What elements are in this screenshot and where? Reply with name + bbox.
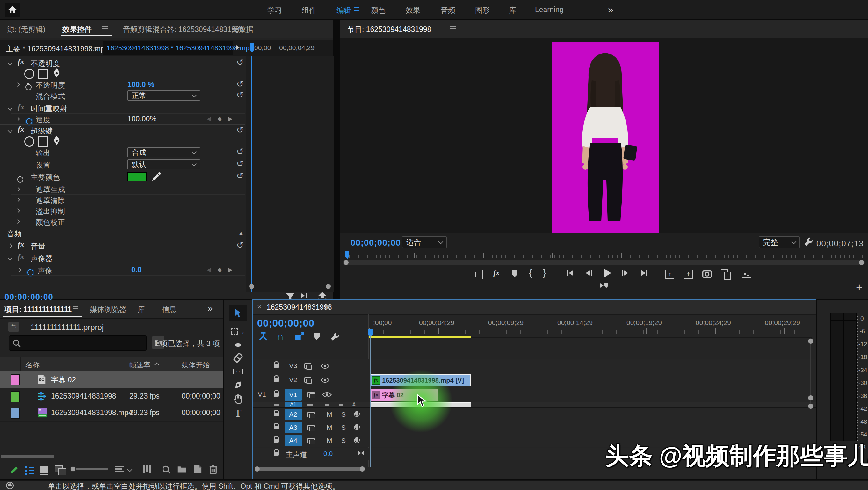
- reset-key-color-icon[interactable]: ↺: [237, 171, 244, 181]
- selection-tool-active-box[interactable]: [229, 305, 247, 321]
- extract-icon[interactable]: ↥: [684, 270, 693, 279]
- timeline-ruler[interactable]: ;00;00 00;00;04;29 00;00;09;29 00;00;14;…: [369, 318, 812, 338]
- pen-mask-icon[interactable]: [52, 136, 61, 146]
- track-header-a2[interactable]: A2 M S: [253, 408, 368, 421]
- next-keyframe-icon[interactable]: ▶: [228, 266, 233, 273]
- project-row-subtitle[interactable]: 字幕 02: [0, 371, 223, 388]
- track-target-a3[interactable]: A3: [284, 422, 302, 433]
- label-color-pink[interactable]: [11, 374, 20, 385]
- sync-lock-icon[interactable]: [308, 438, 314, 443]
- vscroll-handle-bot[interactable]: [808, 404, 813, 409]
- track-select-tool-icon[interactable]: →: [231, 325, 245, 338]
- program-panel-menu-icon[interactable]: [450, 26, 456, 27]
- project-tabs-overflow-chevron[interactable]: »: [208, 303, 213, 313]
- track-visibility-eye-icon[interactable]: [320, 363, 330, 369]
- new-bin-icon[interactable]: [177, 465, 187, 473]
- menu-item-libraries[interactable]: 库: [509, 5, 516, 15]
- blend-mode-dropdown[interactable]: 正常: [127, 90, 200, 101]
- twirl-pan-param[interactable]: [17, 268, 22, 273]
- prev-keyframe-icon[interactable]: ◀: [207, 115, 211, 122]
- project-row-video[interactable]: 1625309414831998.mp4 29.23 fps 00;00;00;…: [0, 405, 223, 422]
- mute-button[interactable]: M: [327, 424, 332, 431]
- ultra-key-group-label[interactable]: 超级键: [31, 126, 53, 136]
- reset-ultra-key-icon[interactable]: ↺: [237, 125, 244, 135]
- project-root-icon[interactable]: ⮌: [8, 322, 19, 332]
- reset-volume-icon[interactable]: ↺: [237, 240, 244, 250]
- goto-out-icon[interactable]: [641, 270, 647, 276]
- tab-source-monitor[interactable]: 源: (无剪辑): [7, 25, 45, 34]
- timeline-playhead-line[interactable]: [370, 335, 371, 467]
- timeline-add-marker-icon[interactable]: [314, 333, 320, 340]
- add-keyframe-icon[interactable]: ◆: [217, 115, 222, 122]
- reset-setting-icon[interactable]: ↺: [237, 159, 244, 169]
- track-lock-icon[interactable]: [274, 393, 279, 397]
- twirl-color-correction[interactable]: [15, 219, 21, 224]
- mute-button[interactable]: M: [327, 411, 332, 418]
- lift-icon[interactable]: ↑: [665, 270, 674, 279]
- track-header-a4[interactable]: A4 M S: [253, 434, 368, 447]
- label-color-blue[interactable]: [11, 408, 20, 419]
- pen-mask-icon[interactable]: [52, 68, 61, 78]
- button-editor-icon[interactable]: [742, 270, 751, 278]
- add-button-icon[interactable]: +: [856, 281, 863, 294]
- new-item-icon[interactable]: [194, 464, 202, 474]
- setting-dropdown[interactable]: 默认: [127, 159, 200, 170]
- solo-button[interactable]: S: [341, 437, 346, 445]
- workspace-overflow-chevron[interactable]: »: [608, 4, 613, 15]
- sync-lock-icon[interactable]: [308, 412, 314, 417]
- pan-stopwatch-icon[interactable]: [27, 270, 33, 276]
- settings-wrench-icon[interactable]: [804, 237, 813, 247]
- nest-insert-icon[interactable]: [258, 332, 268, 341]
- add-marker-icon[interactable]: [512, 270, 518, 277]
- label-color-green[interactable]: [11, 391, 20, 402]
- twirl-volume-group[interactable]: [8, 243, 13, 248]
- track-lock-icon[interactable]: [274, 426, 279, 429]
- tab-program-monitor[interactable]: 节目: 1625309414831998: [347, 25, 431, 34]
- solo-button[interactable]: S: [341, 411, 346, 418]
- track-target-a4[interactable]: A4: [284, 435, 302, 446]
- play-only-video-icon[interactable]: [302, 294, 307, 298]
- panner-group-label[interactable]: 声像器: [31, 254, 53, 264]
- twirl-ultra-key-group[interactable]: [8, 128, 13, 133]
- export-frame-icon[interactable]: [702, 269, 712, 278]
- key-color-swatch[interactable]: [127, 172, 147, 181]
- track-header-a1[interactable]: A1 ⊻: [253, 402, 368, 407]
- track-lock-icon[interactable]: [274, 412, 279, 417]
- delete-trash-icon[interactable]: [209, 464, 217, 474]
- ripple-edit-tool-icon[interactable]: [231, 339, 245, 351]
- track-name-v2[interactable]: V2: [289, 376, 297, 384]
- audio-section-collapse-icon[interactable]: ▲: [238, 230, 244, 236]
- track-target-v1[interactable]: V1: [284, 389, 302, 401]
- slip-tool-icon[interactable]: ↔: [231, 365, 245, 377]
- reset-opacity-icon[interactable]: ↺: [237, 57, 244, 67]
- menu-item-audio[interactable]: 音频: [441, 5, 455, 15]
- zoom-slider[interactable]: [71, 468, 108, 469]
- collapse-track-icon[interactable]: [358, 451, 364, 455]
- opacity-value[interactable]: 100.0 %: [127, 80, 154, 89]
- sort-icons-icon[interactable]: [115, 466, 124, 473]
- program-scrollbar[interactable]: [343, 259, 865, 266]
- master-volume-value[interactable]: 0.0: [323, 450, 333, 458]
- source-patch-v1[interactable]: V1: [258, 391, 266, 398]
- tab-project[interactable]: 项目: 1111111111111: [4, 305, 72, 314]
- menu-item-effects[interactable]: 效果: [406, 5, 420, 15]
- timeline-timecode[interactable]: 00;00;00;00: [257, 318, 314, 329]
- comparison-view-icon[interactable]: [721, 269, 728, 277]
- project-file-name[interactable]: 1111111111111.prproj: [31, 323, 103, 332]
- track-header-v1[interactable]: V1 V1: [253, 388, 368, 402]
- solo-button[interactable]: S: [341, 424, 346, 431]
- edit-panel-menu-icon[interactable]: [354, 7, 360, 8]
- reset-output-icon[interactable]: ↺: [237, 147, 244, 156]
- time-remap-group-label[interactable]: 时间重映射: [31, 104, 67, 114]
- track-target-a1[interactable]: A1: [284, 402, 302, 407]
- creative-cloud-icon[interactable]: [6, 481, 14, 490]
- track-lock-icon[interactable]: [274, 364, 279, 368]
- timeline-hscroll[interactable]: [255, 467, 364, 471]
- ellipse-mask-icon[interactable]: [24, 136, 34, 147]
- twirl-time-remap-group[interactable]: [8, 106, 13, 111]
- timeline-settings-wrench-icon[interactable]: [331, 332, 339, 341]
- vscroll-handle-top[interactable]: [808, 339, 813, 344]
- twirl-matte-generation[interactable]: [15, 187, 21, 192]
- track-lock-icon[interactable]: [274, 452, 279, 456]
- twirl-panner-group[interactable]: [8, 255, 13, 261]
